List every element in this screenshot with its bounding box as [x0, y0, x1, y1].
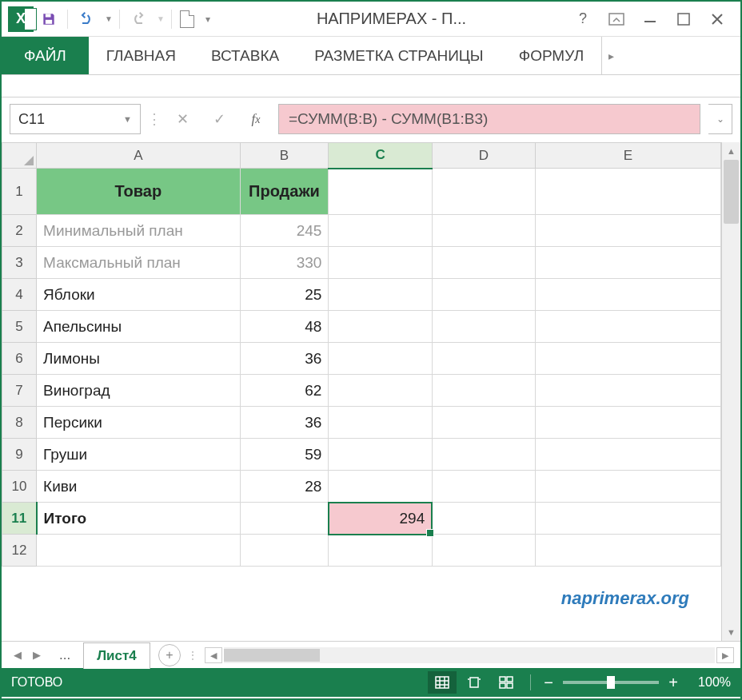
tab-page-layout[interactable]: РАЗМЕТКА СТРАНИЦЫ [297, 37, 501, 74]
cell-e8[interactable] [536, 407, 721, 439]
row-header-2[interactable]: 2 [2, 215, 37, 247]
chevron-down-icon[interactable]: ▼ [123, 114, 132, 124]
row-header-3[interactable]: 3 [2, 247, 37, 279]
undo-dropdown[interactable]: ▼ [102, 4, 116, 34]
cell-d11[interactable] [432, 503, 535, 535]
cell-b12[interactable] [240, 535, 329, 567]
scrollbar-thumb[interactable] [724, 160, 739, 224]
row-header-6[interactable]: 6 [2, 343, 37, 375]
cell-b4[interactable]: 25 [240, 279, 329, 311]
scroll-down-icon[interactable]: ▼ [722, 623, 740, 641]
tab-formulas[interactable]: ФОРМУЛ [501, 37, 601, 74]
redo-button[interactable] [123, 4, 154, 34]
cell-c8[interactable] [329, 407, 432, 439]
cell-d7[interactable] [432, 375, 535, 407]
cell-b1[interactable]: Продажи [240, 169, 329, 215]
cell-b5[interactable]: 48 [240, 311, 329, 343]
select-all-corner[interactable] [2, 143, 37, 169]
cell-e11[interactable] [536, 503, 721, 535]
undo-button[interactable] [71, 4, 102, 34]
ribbon-scroll-right[interactable]: ▸ [601, 37, 620, 74]
cell-e1[interactable] [536, 169, 721, 215]
scroll-left-icon[interactable]: ◀ [205, 647, 222, 663]
cell-b11[interactable] [240, 503, 329, 535]
column-header-c[interactable]: C [329, 143, 432, 169]
zoom-out-button[interactable]: − [539, 674, 558, 692]
cell-c7[interactable] [329, 375, 432, 407]
cell-c12[interactable] [329, 535, 432, 567]
cell-a3[interactable]: Максмальный план [37, 247, 241, 279]
tab-home[interactable]: ГЛАВНАЯ [89, 37, 193, 74]
cell-e7[interactable] [536, 375, 721, 407]
row-header-1[interactable]: 1 [2, 169, 37, 215]
tab-file[interactable]: ФАЙЛ [2, 37, 89, 74]
cell-d9[interactable] [432, 439, 535, 471]
minimize-button[interactable] [633, 4, 667, 34]
sheet-tab-ellipsis[interactable]: ... [46, 642, 83, 668]
cell-a7[interactable]: Виноград [37, 375, 241, 407]
cell-e5[interactable] [536, 311, 721, 343]
tab-insert[interactable]: ВСТАВКА [193, 37, 297, 74]
cell-b3[interactable]: 330 [240, 247, 329, 279]
cell-c1[interactable] [329, 169, 432, 215]
cancel-formula-button[interactable]: ✕ [168, 105, 197, 133]
cell-e3[interactable] [536, 247, 721, 279]
cell-d4[interactable] [432, 279, 535, 311]
cell-e12[interactable] [536, 535, 721, 567]
row-header-9[interactable]: 9 [2, 439, 37, 471]
maximize-button[interactable] [667, 4, 700, 34]
cell-e10[interactable] [536, 471, 721, 503]
redo-dropdown[interactable]: ▼ [154, 4, 168, 34]
cell-d5[interactable] [432, 311, 535, 343]
cell-e4[interactable] [536, 279, 721, 311]
cell-e9[interactable] [536, 439, 721, 471]
formula-input[interactable]: =СУММ(B:B) - СУММ(B1:B3) [278, 104, 700, 134]
cell-a6[interactable]: Лимоны [37, 343, 241, 375]
qat-customize-dropdown[interactable]: ▾ [199, 4, 217, 34]
spreadsheet-grid[interactable]: ABCDE 1 Товар Продажи 2 Минимальный план… [2, 142, 721, 567]
cell-a2[interactable]: Минимальный план [37, 215, 241, 247]
vertical-scrollbar[interactable]: ▲ ▼ [721, 142, 740, 641]
scrollbar-thumb[interactable] [224, 649, 320, 662]
cell-a8[interactable]: Персики [37, 407, 241, 439]
scroll-right-icon[interactable]: ▶ [716, 647, 734, 663]
ribbon-display-button[interactable] [600, 4, 633, 34]
cell-e2[interactable] [536, 215, 721, 247]
cell-a11[interactable]: Итого [37, 503, 241, 535]
row-header-8[interactable]: 8 [2, 407, 37, 439]
zoom-slider[interactable] [563, 681, 659, 684]
cell-b8[interactable]: 36 [240, 407, 329, 439]
cell-c9[interactable] [329, 439, 432, 471]
cell-d8[interactable] [432, 407, 535, 439]
name-box[interactable]: C11 ▼ [10, 104, 141, 134]
cell-c2[interactable] [329, 215, 432, 247]
row-header-7[interactable]: 7 [2, 375, 37, 407]
sheet-nav-prev[interactable]: ◀ [8, 649, 27, 661]
cell-b9[interactable]: 59 [240, 439, 329, 471]
scroll-up-icon[interactable]: ▲ [722, 142, 740, 160]
cell-a12[interactable] [37, 535, 241, 567]
column-header-b[interactable]: B [240, 143, 329, 169]
cell-a4[interactable]: Яблоки [37, 279, 241, 311]
column-header-e[interactable]: E [536, 143, 721, 169]
cell-c6[interactable] [329, 343, 432, 375]
cell-c5[interactable] [329, 311, 432, 343]
cell-d1[interactable] [432, 169, 535, 215]
row-header-11[interactable]: 11 [2, 503, 37, 535]
cell-b2[interactable]: 245 [240, 215, 329, 247]
cell-c11[interactable]: 294 [329, 503, 432, 535]
cell-b6[interactable]: 36 [240, 343, 329, 375]
cell-a10[interactable]: Киви [37, 471, 241, 503]
column-header-a[interactable]: A [37, 143, 241, 169]
cell-d2[interactable] [432, 215, 535, 247]
cell-d3[interactable] [432, 247, 535, 279]
save-button[interactable] [34, 4, 64, 34]
cell-a9[interactable]: Груши [37, 439, 241, 471]
column-header-d[interactable]: D [432, 143, 535, 169]
cell-b10[interactable]: 28 [240, 471, 329, 503]
cell-e6[interactable] [536, 343, 721, 375]
view-page-layout-button[interactable] [460, 671, 489, 694]
cell-c10[interactable] [329, 471, 432, 503]
view-page-break-button[interactable] [492, 671, 521, 694]
cell-c3[interactable] [329, 247, 432, 279]
